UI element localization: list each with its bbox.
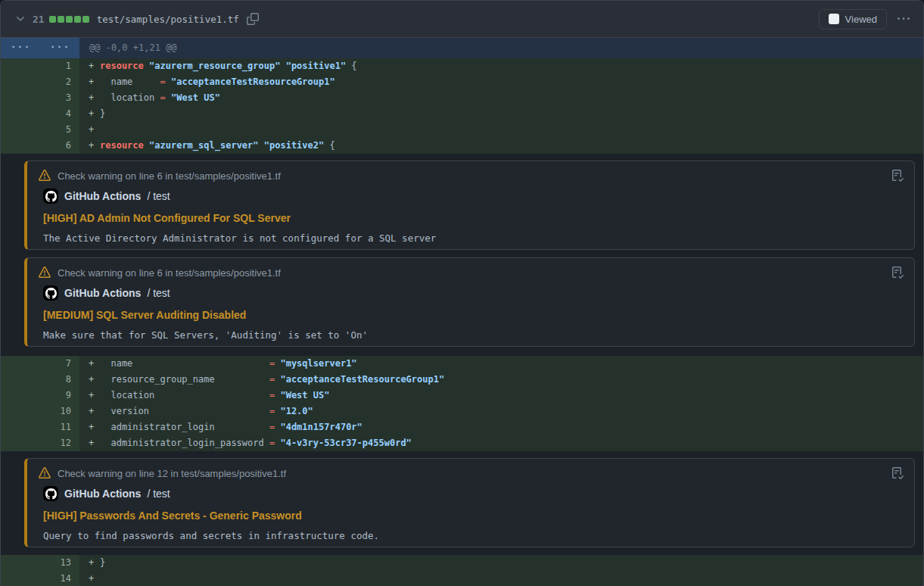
expand-diff-up-button[interactable]: ··· xyxy=(1,38,40,58)
code-content: + xyxy=(79,122,923,138)
checklist-icon xyxy=(891,267,904,279)
code-content: +} xyxy=(79,555,923,571)
copy-path-button[interactable] xyxy=(244,10,262,28)
diffstat-added-square xyxy=(74,16,81,23)
check-annotation-1: Check warning on line 6 in test/samples/… xyxy=(24,161,915,250)
annotation-context: Check warning on line 6 in test/samples/… xyxy=(58,267,281,279)
annotation-context: Check warning on line 6 in test/samples/… xyxy=(58,170,281,182)
code-line: 2+ name = "acceptanceTestResourceGroup1" xyxy=(1,74,923,90)
code-line: 11+ administrator_login = "4dm1n157r470r… xyxy=(1,419,923,435)
github-mark-icon xyxy=(43,285,58,301)
line-number[interactable]: 14 xyxy=(1,571,79,586)
line-number[interactable]: 7 xyxy=(1,356,79,372)
code-section-middle: 7+ name = "mysqlserver1"8+ resource_grou… xyxy=(1,356,923,451)
check-job-name[interactable]: / test xyxy=(147,287,170,299)
annotation-context-row: Check warning on line 12 in test/samples… xyxy=(39,467,902,479)
file-path-link[interactable]: test/samples/positive1.tf xyxy=(97,14,239,25)
code-text: name = "mysqlserver1" xyxy=(100,356,357,372)
addition-marker: + xyxy=(79,138,100,154)
addition-marker: + xyxy=(79,372,100,388)
viewed-checkbox[interactable] xyxy=(829,14,839,24)
line-number[interactable]: 2 xyxy=(1,74,79,90)
diffstat-added-square xyxy=(66,16,73,23)
code-line: 7+ name = "mysqlserver1" xyxy=(1,356,923,372)
check-app-name[interactable]: GitHub Actions xyxy=(64,287,141,299)
code-text: location = "West US" xyxy=(100,388,329,404)
file-header: 21 test/samples/positive1.tf Viewed xyxy=(1,1,923,38)
line-number[interactable]: 11 xyxy=(1,419,79,435)
warning-icon xyxy=(39,467,51,479)
check-app-row: GitHub Actions / test xyxy=(43,189,902,204)
viewed-label: Viewed xyxy=(845,14,877,25)
diffstat-added-square xyxy=(82,16,89,23)
code-line: 14+ xyxy=(1,571,923,586)
code-content: + administrator_login = "4dm1n157r470r" xyxy=(79,419,923,435)
code-text: administrator_login_password = "4-v3ry-5… xyxy=(100,435,412,451)
hunk-gutter: ··· ··· xyxy=(1,38,79,58)
code-content: + name = "acceptanceTestResourceGroup1" xyxy=(79,74,923,90)
check-job-name[interactable]: / test xyxy=(147,190,170,202)
line-number[interactable]: 6 xyxy=(1,138,79,154)
expand-diff-down-button[interactable]: ··· xyxy=(40,38,79,58)
kebab-horizontal-icon xyxy=(898,13,910,25)
addition-marker: + xyxy=(79,419,100,435)
addition-marker: + xyxy=(79,388,100,404)
viewed-toggle[interactable]: Viewed xyxy=(819,9,887,30)
code-content: + administrator_login_password = "4-v3ry… xyxy=(79,435,923,451)
line-number[interactable]: 8 xyxy=(1,372,79,388)
check-annotation-3: Check warning on line 12 in test/samples… xyxy=(24,458,915,547)
file-options-button[interactable] xyxy=(894,10,913,28)
code-line: 5+ xyxy=(1,122,923,138)
code-line: 13+} xyxy=(1,555,923,571)
annotation-message: The Active Directory Administrator is no… xyxy=(43,232,902,244)
code-content: + location = "West US" xyxy=(79,388,923,404)
checklist-icon xyxy=(891,467,904,479)
chevron-down-icon xyxy=(14,13,26,25)
checklist-button[interactable] xyxy=(890,466,905,481)
line-number[interactable]: 1 xyxy=(1,58,79,74)
copy-icon xyxy=(247,13,259,25)
code-text: administrator_login = "4dm1n157r470r" xyxy=(100,419,362,435)
code-content: +resource "azurerm_resource_group" "posi… xyxy=(79,58,923,74)
warning-icon xyxy=(39,170,51,182)
addition-marker: + xyxy=(79,74,100,90)
code-line: 10+ version = "12.0" xyxy=(1,404,923,419)
changed-lines-count: 21 xyxy=(33,14,45,25)
annotation-title: [HIGH] AD Admin Not Configured For SQL S… xyxy=(43,212,902,224)
checklist-button[interactable] xyxy=(890,265,905,280)
code-content: + name = "mysqlserver1" xyxy=(79,356,923,372)
line-number[interactable]: 4 xyxy=(1,106,79,122)
diffstat-added-square xyxy=(49,16,56,23)
code-text: name = "acceptanceTestResourceGroup1" xyxy=(100,74,335,90)
annotation-context-row: Check warning on line 6 in test/samples/… xyxy=(39,267,902,279)
addition-marker: + xyxy=(79,106,100,122)
line-number[interactable]: 5 xyxy=(1,122,79,138)
code-line: 8+ resource_group_name = "acceptanceTest… xyxy=(1,372,923,388)
annotations-line6: Check warning on line 6 in test/samples/… xyxy=(1,154,923,356)
addition-marker: + xyxy=(79,555,100,571)
code-text: version = "12.0" xyxy=(100,404,313,419)
check-job-name[interactable]: / test xyxy=(147,488,170,500)
line-number[interactable]: 13 xyxy=(1,555,79,571)
diffstat-blocks[interactable] xyxy=(49,16,89,23)
addition-marker: + xyxy=(79,58,100,74)
annotation-message: Query to find passwords and secrets in i… xyxy=(43,530,902,541)
code-content: +resource "azurerm_sql_server" "positive… xyxy=(79,138,923,154)
annotation-title: [HIGH] Passwords And Secrets - Generic P… xyxy=(43,510,902,522)
annotation-context: Check warning on line 12 in test/samples… xyxy=(58,468,286,479)
line-number[interactable]: 12 xyxy=(1,435,79,451)
addition-marker: + xyxy=(79,435,100,451)
warning-icon xyxy=(39,267,51,279)
annotation-title: [MEDIUM] SQL Server Auditing Disabled xyxy=(43,309,902,321)
checklist-button[interactable] xyxy=(890,168,905,183)
line-number[interactable]: 9 xyxy=(1,388,79,404)
check-app-row: GitHub Actions / test xyxy=(43,486,902,501)
check-app-name[interactable]: GitHub Actions xyxy=(64,488,141,500)
line-number[interactable]: 3 xyxy=(1,90,79,106)
code-text: resource "azurerm_resource_group" "posit… xyxy=(100,58,357,74)
annotation-context-row: Check warning on line 6 in test/samples/… xyxy=(39,170,902,182)
collapse-file-button[interactable] xyxy=(11,10,30,28)
check-app-name[interactable]: GitHub Actions xyxy=(64,190,141,202)
line-number[interactable]: 10 xyxy=(1,404,79,419)
code-line: 1+resource "azurerm_resource_group" "pos… xyxy=(1,58,923,74)
